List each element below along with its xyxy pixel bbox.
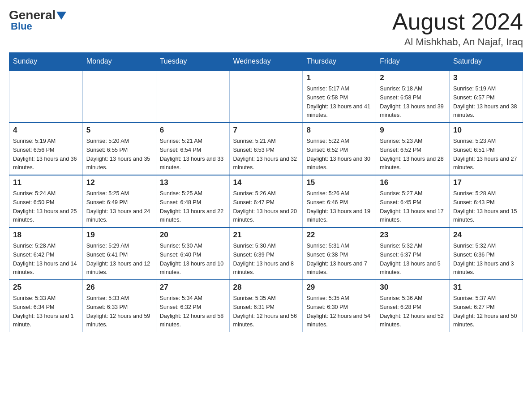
calendar-cell bbox=[156, 70, 229, 123]
day-number: 18 bbox=[13, 231, 79, 240]
day-number: 25 bbox=[13, 283, 79, 292]
day-info: Sunrise: 5:37 AMSunset: 6:27 PMDaylight:… bbox=[453, 295, 517, 328]
calendar-cell: 21Sunrise: 5:30 AMSunset: 6:39 PMDayligh… bbox=[229, 227, 303, 280]
day-number: 7 bbox=[233, 126, 299, 135]
day-number: 16 bbox=[380, 178, 446, 187]
day-info: Sunrise: 5:35 AMSunset: 6:31 PMDaylight:… bbox=[233, 295, 297, 328]
day-info: Sunrise: 5:30 AMSunset: 6:40 PMDaylight:… bbox=[160, 243, 223, 275]
weekday-header-tuesday: Tuesday bbox=[156, 53, 229, 71]
calendar-cell: 23Sunrise: 5:32 AMSunset: 6:37 PMDayligh… bbox=[376, 227, 450, 280]
calendar-table: SundayMondayTuesdayWednesdayThursdayFrid… bbox=[9, 52, 523, 332]
day-info: Sunrise: 5:22 AMSunset: 6:52 PMDaylight:… bbox=[306, 138, 370, 171]
day-number: 15 bbox=[306, 178, 372, 187]
day-number: 1 bbox=[306, 73, 372, 82]
day-info: Sunrise: 5:30 AMSunset: 6:39 PMDaylight:… bbox=[233, 243, 294, 275]
day-info: Sunrise: 5:29 AMSunset: 6:41 PMDaylight:… bbox=[86, 243, 150, 275]
day-info: Sunrise: 5:33 AMSunset: 6:34 PMDaylight:… bbox=[13, 295, 74, 328]
day-info: Sunrise: 5:28 AMSunset: 6:42 PMDaylight:… bbox=[13, 243, 77, 275]
day-number: 11 bbox=[13, 178, 79, 187]
logo: General Blue bbox=[9, 9, 66, 32]
title-block: August 2024 Al Mishkhab, An Najaf, Iraq bbox=[392, 9, 523, 48]
calendar-cell bbox=[82, 70, 156, 123]
calendar-cell: 13Sunrise: 5:25 AMSunset: 6:48 PMDayligh… bbox=[156, 175, 229, 227]
calendar-cell: 25Sunrise: 5:33 AMSunset: 6:34 PMDayligh… bbox=[9, 280, 83, 332]
calendar-cell: 26Sunrise: 5:33 AMSunset: 6:33 PMDayligh… bbox=[82, 280, 156, 332]
calendar-cell: 30Sunrise: 5:36 AMSunset: 6:28 PMDayligh… bbox=[376, 280, 450, 332]
day-number: 31 bbox=[453, 283, 519, 292]
logo-sub-text: Blue bbox=[11, 21, 32, 32]
calendar-cell: 9Sunrise: 5:23 AMSunset: 6:52 PMDaylight… bbox=[376, 123, 450, 175]
day-info: Sunrise: 5:33 AMSunset: 6:33 PMDaylight:… bbox=[86, 295, 150, 328]
day-number: 23 bbox=[380, 231, 446, 240]
day-info: Sunrise: 5:20 AMSunset: 6:55 PMDaylight:… bbox=[86, 138, 150, 171]
day-number: 3 bbox=[453, 73, 519, 82]
calendar-cell: 3Sunrise: 5:19 AMSunset: 6:57 PMDaylight… bbox=[450, 70, 523, 123]
day-number: 24 bbox=[453, 231, 519, 240]
calendar-cell: 19Sunrise: 5:29 AMSunset: 6:41 PMDayligh… bbox=[82, 227, 156, 280]
calendar-cell: 8Sunrise: 5:22 AMSunset: 6:52 PMDaylight… bbox=[303, 123, 376, 175]
day-info: Sunrise: 5:34 AMSunset: 6:32 PMDaylight:… bbox=[160, 295, 223, 328]
day-number: 13 bbox=[160, 178, 226, 187]
day-number: 21 bbox=[233, 231, 299, 240]
day-number: 5 bbox=[86, 126, 152, 135]
day-number: 6 bbox=[160, 126, 226, 135]
location-title: Al Mishkhab, An Najaf, Iraq bbox=[392, 36, 523, 48]
day-number: 4 bbox=[13, 126, 79, 135]
calendar-cell: 24Sunrise: 5:32 AMSunset: 6:36 PMDayligh… bbox=[450, 227, 523, 280]
day-number: 8 bbox=[306, 126, 372, 135]
day-info: Sunrise: 5:26 AMSunset: 6:46 PMDaylight:… bbox=[306, 190, 370, 223]
day-number: 9 bbox=[380, 126, 446, 135]
calendar-cell: 7Sunrise: 5:21 AMSunset: 6:53 PMDaylight… bbox=[229, 123, 303, 175]
calendar-cell: 18Sunrise: 5:28 AMSunset: 6:42 PMDayligh… bbox=[9, 227, 83, 280]
day-info: Sunrise: 5:23 AMSunset: 6:52 PMDaylight:… bbox=[380, 138, 443, 171]
day-info: Sunrise: 5:24 AMSunset: 6:50 PMDaylight:… bbox=[13, 190, 77, 223]
day-info: Sunrise: 5:19 AMSunset: 6:57 PMDaylight:… bbox=[453, 86, 517, 118]
day-info: Sunrise: 5:27 AMSunset: 6:45 PMDaylight:… bbox=[380, 190, 443, 223]
calendar-cell bbox=[229, 70, 303, 123]
calendar-cell: 2Sunrise: 5:18 AMSunset: 6:58 PMDaylight… bbox=[376, 70, 450, 123]
day-info: Sunrise: 5:25 AMSunset: 6:49 PMDaylight:… bbox=[86, 190, 150, 223]
weekday-header-monday: Monday bbox=[82, 53, 156, 71]
day-info: Sunrise: 5:35 AMSunset: 6:30 PMDaylight:… bbox=[306, 295, 370, 328]
calendar-cell: 11Sunrise: 5:24 AMSunset: 6:50 PMDayligh… bbox=[9, 175, 83, 227]
calendar-cell: 10Sunrise: 5:23 AMSunset: 6:51 PMDayligh… bbox=[450, 123, 523, 175]
day-number: 2 bbox=[380, 73, 446, 82]
day-number: 14 bbox=[233, 178, 299, 187]
day-number: 10 bbox=[453, 126, 519, 135]
calendar-cell: 28Sunrise: 5:35 AMSunset: 6:31 PMDayligh… bbox=[229, 280, 303, 332]
calendar-cell: 31Sunrise: 5:37 AMSunset: 6:27 PMDayligh… bbox=[450, 280, 523, 332]
day-info: Sunrise: 5:32 AMSunset: 6:37 PMDaylight:… bbox=[380, 243, 441, 275]
weekday-header-wednesday: Wednesday bbox=[229, 53, 303, 71]
month-title: August 2024 bbox=[392, 9, 523, 34]
page-header: General Blue August 2024 Al Mishkhab, An… bbox=[9, 9, 523, 48]
day-info: Sunrise: 5:32 AMSunset: 6:36 PMDaylight:… bbox=[453, 243, 514, 275]
day-info: Sunrise: 5:19 AMSunset: 6:56 PMDaylight:… bbox=[13, 138, 77, 171]
weekday-header-saturday: Saturday bbox=[450, 53, 523, 71]
day-info: Sunrise: 5:25 AMSunset: 6:48 PMDaylight:… bbox=[160, 190, 223, 223]
calendar-cell: 17Sunrise: 5:28 AMSunset: 6:43 PMDayligh… bbox=[450, 175, 523, 227]
day-number: 17 bbox=[453, 178, 519, 187]
calendar-cell: 16Sunrise: 5:27 AMSunset: 6:45 PMDayligh… bbox=[376, 175, 450, 227]
calendar-cell: 1Sunrise: 5:17 AMSunset: 6:58 PMDaylight… bbox=[303, 70, 376, 123]
day-number: 19 bbox=[86, 231, 152, 240]
day-info: Sunrise: 5:23 AMSunset: 6:51 PMDaylight:… bbox=[453, 138, 517, 171]
day-info: Sunrise: 5:26 AMSunset: 6:47 PMDaylight:… bbox=[233, 190, 297, 223]
calendar-cell bbox=[9, 70, 83, 123]
weekday-header-thursday: Thursday bbox=[303, 53, 376, 71]
calendar-cell: 29Sunrise: 5:35 AMSunset: 6:30 PMDayligh… bbox=[303, 280, 376, 332]
calendar-cell: 22Sunrise: 5:31 AMSunset: 6:38 PMDayligh… bbox=[303, 227, 376, 280]
weekday-header-sunday: Sunday bbox=[9, 53, 83, 71]
calendar-cell: 5Sunrise: 5:20 AMSunset: 6:55 PMDaylight… bbox=[82, 123, 156, 175]
calendar-cell: 14Sunrise: 5:26 AMSunset: 6:47 PMDayligh… bbox=[229, 175, 303, 227]
day-info: Sunrise: 5:21 AMSunset: 6:54 PMDaylight:… bbox=[160, 138, 223, 171]
day-number: 26 bbox=[86, 283, 152, 292]
logo-triangle-icon bbox=[56, 12, 66, 20]
day-number: 12 bbox=[86, 178, 152, 187]
day-info: Sunrise: 5:21 AMSunset: 6:53 PMDaylight:… bbox=[233, 138, 297, 171]
day-info: Sunrise: 5:28 AMSunset: 6:43 PMDaylight:… bbox=[453, 190, 517, 223]
calendar-cell: 15Sunrise: 5:26 AMSunset: 6:46 PMDayligh… bbox=[303, 175, 376, 227]
day-number: 29 bbox=[306, 283, 372, 292]
day-number: 28 bbox=[233, 283, 299, 292]
svg-marker-0 bbox=[56, 12, 66, 20]
calendar-cell: 12Sunrise: 5:25 AMSunset: 6:49 PMDayligh… bbox=[82, 175, 156, 227]
